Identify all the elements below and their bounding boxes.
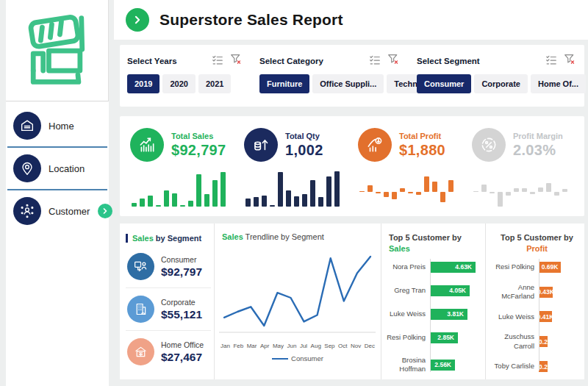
sparkline-bar — [262, 196, 267, 207]
sparkline-bar — [294, 196, 299, 207]
clear-filter-icon[interactable] — [387, 54, 399, 68]
customer-icon — [13, 197, 41, 225]
checklist-icon[interactable] — [369, 54, 381, 68]
clear-filter-icon[interactable] — [564, 54, 576, 68]
customer-name: Luke Weiss — [489, 312, 539, 321]
top5-profit-panel: Top 5 Customer by Profit Resi Pölking0.6… — [485, 224, 584, 379]
title-prefix: Top 5 Customer by — [501, 233, 573, 242]
header: Superstore Sales Report — [114, 0, 588, 40]
sidebar-item-customer[interactable]: Customer — [6, 191, 109, 231]
sparkline-bar — [408, 192, 413, 193]
title-rest: Trendline by Segment — [243, 232, 324, 241]
sparkline-bar — [384, 192, 389, 197]
kpi-header: Total Qty1,002 — [244, 128, 346, 162]
checklist-icon[interactable] — [212, 54, 223, 68]
filter-group-header: Select Years — [127, 54, 242, 68]
sparkline-bar — [498, 192, 503, 207]
filter-option-2021[interactable]: 2021 — [198, 74, 231, 93]
segment-value: $27,467 — [161, 351, 204, 364]
customer-value-bar[interactable]: 0.43K — [539, 287, 553, 298]
header-chevron-icon[interactable] — [126, 8, 149, 32]
filter-option-2019[interactable]: 2019 — [127, 74, 159, 93]
home-icon — [13, 112, 41, 140]
customer-row: Resi Pölking0.69K — [489, 262, 581, 273]
month-tick: Dec — [365, 343, 375, 349]
checklist-icon[interactable] — [545, 54, 557, 68]
customer-value-bar[interactable]: 2.56K — [430, 360, 455, 371]
customer-value-bar[interactable]: 0.2 — [539, 336, 548, 347]
filter-option-furniture[interactable]: Furniture — [259, 74, 309, 93]
menu-divider — [7, 189, 107, 190]
filter-option-2020[interactable]: 2020 — [162, 74, 195, 93]
sparkline-bar — [196, 174, 201, 207]
active-page-chevron-icon[interactable] — [98, 204, 112, 218]
kpi-label: Profit Margin — [513, 132, 563, 140]
customer-value-bar[interactable]: 0.69K — [539, 262, 561, 273]
customer-value-bar[interactable]: 0.41K — [539, 311, 552, 322]
filter-option-home-of-[interactable]: Home Of... — [531, 74, 586, 93]
segment-text: Corporate$55,121 — [161, 298, 202, 321]
filter-icons — [545, 54, 576, 68]
kpi-value: 2.03% — [513, 142, 563, 159]
sparkline-bar — [432, 182, 437, 192]
filter-options: FurnitureOffice Suppli...Technology — [259, 74, 399, 93]
page-title: Superstore Sales Report — [159, 11, 343, 29]
filter-option-corporate[interactable]: Corporate — [474, 74, 528, 93]
sparkline-bar — [538, 187, 543, 192]
customer-name: Zuschuss Carroll — [489, 332, 539, 351]
clear-filter-icon[interactable] — [230, 54, 242, 68]
kpi-value: $92,797 — [171, 142, 226, 159]
customer-name: Toby Carlisle — [489, 362, 539, 371]
month-tick: Jan — [220, 343, 230, 349]
segment-item-home-office[interactable]: Home Office$27,467 — [126, 331, 211, 373]
customer-value-bar[interactable]: 4.05K — [430, 285, 470, 296]
customer-row: Luke Weiss3.81K — [384, 309, 481, 320]
customer-row: Toby Carlisle0.2 — [489, 361, 581, 372]
kpi-text: Total Qty1,002 — [285, 132, 323, 159]
title-rest: by Segment — [154, 234, 201, 243]
sparkline-bar — [481, 185, 487, 192]
filter-options: 201920202021 — [127, 74, 242, 93]
sidebar: HomeLocationCustomer — [6, 0, 109, 386]
kpi-label: Total Profit — [399, 132, 445, 140]
kpi-profit-margin: Profit Margin2.03% — [466, 125, 580, 216]
customer-value-bar[interactable]: 0.2 — [539, 361, 548, 372]
sparkline-bar — [359, 191, 365, 193]
sidebar-item-location[interactable]: Location — [6, 149, 109, 188]
sparkline-bar — [554, 192, 559, 196]
customer-value-bar[interactable]: 4.63K — [430, 262, 476, 273]
trendline-chart[interactable] — [219, 244, 376, 338]
sidebar-menu: HomeLocationCustomer — [6, 101, 109, 231]
top5-profit-rows: Resi Pölking0.69KAnne McFarland0.43KLuke… — [489, 262, 581, 372]
legend-line-swatch — [272, 358, 288, 360]
segment-item-consumer[interactable]: Consumer$92,797 — [126, 246, 211, 288]
home-office-segment-icon — [127, 338, 154, 365]
sparkline-bar — [164, 190, 169, 207]
filter-label: Select Category — [259, 57, 323, 65]
filter-option-office-suppli-[interactable]: Office Suppli... — [312, 74, 384, 93]
kpi-total-sales: Total Sales$92,797 — [124, 125, 238, 216]
main-content: Superstore Sales Report Select Years2019… — [114, 0, 588, 386]
month-tick: May — [273, 343, 284, 349]
customer-value-bar[interactable]: 2.85K — [430, 332, 458, 343]
sparkline-bar — [448, 180, 453, 192]
quantity-coins-icon — [244, 128, 278, 162]
sparkline-bar — [326, 176, 331, 207]
kpi-header: Total Sales$92,797 — [130, 128, 232, 162]
sparkline-bar — [220, 172, 226, 207]
segment-item-corporate[interactable]: Corporate$55,121 — [126, 288, 211, 331]
month-tick: Apr — [260, 343, 269, 349]
sparkline-bar — [318, 197, 323, 207]
sidebar-item-home[interactable]: Home — [6, 106, 109, 146]
kpi-card: Total Sales$92,797Total Qty1,002Total Pr… — [120, 116, 584, 216]
customer-value-bar[interactable]: 3.81K — [430, 309, 467, 320]
sparkline-bar — [490, 192, 495, 193]
sales-trendline-panel: Sales Trendline by Segment JanFebMarAprM… — [214, 224, 381, 379]
kpi-text: Profit Margin2.03% — [513, 132, 563, 159]
title-accent: Profit — [526, 244, 548, 253]
sparkline-bar — [424, 176, 429, 192]
filter-option-consumer[interactable]: Consumer — [417, 74, 471, 93]
sparkline-bar — [254, 197, 259, 207]
month-tick: Jul — [300, 343, 307, 349]
sparkline-bar — [546, 183, 551, 192]
